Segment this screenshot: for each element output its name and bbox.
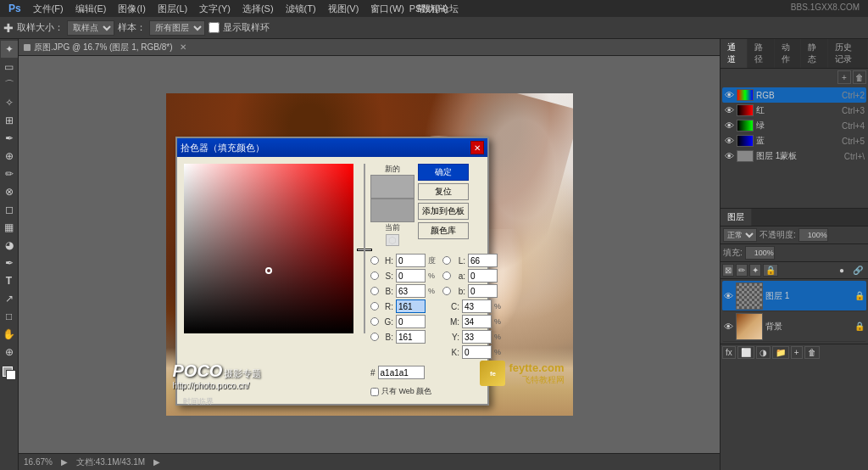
channel-mask[interactable]: 👁 图层 1蒙板 Ctrl+\ (722, 148, 866, 164)
lock-transparent-btn[interactable]: ⊠ (722, 264, 734, 277)
eyedropper-tool[interactable]: ✒ (1, 130, 18, 147)
menu-layer[interactable]: 图层(L) (153, 2, 192, 16)
menu-text[interactable]: 文字(Y) (194, 2, 236, 16)
C-input[interactable] (462, 299, 492, 313)
cancel-button[interactable]: 复位 (418, 183, 469, 200)
dialog-close-btn[interactable]: ✕ (470, 141, 484, 154)
close-tab-btn[interactable]: ✕ (180, 42, 186, 52)
b-input[interactable] (468, 284, 498, 298)
hue-input[interactable] (396, 254, 426, 267)
channel-green[interactable]: 👁 绿 Ctrl+4 (722, 118, 866, 133)
channel-red[interactable]: 👁 红 Ctrl+3 (722, 103, 866, 118)
layer-row-bg[interactable]: 👁 背景 🔒 (722, 311, 866, 342)
zoom-tool[interactable]: ⊕ (1, 344, 18, 361)
sat-radio[interactable] (370, 271, 379, 280)
path-tool[interactable]: ↗ (1, 290, 18, 307)
sample-select[interactable]: 所有图层 (149, 20, 205, 36)
tab-paths[interactable]: 路径 (748, 39, 775, 68)
a-radio[interactable] (442, 271, 451, 280)
select-tool[interactable]: ▭ (1, 59, 18, 76)
pen-tool[interactable]: ✒ (1, 255, 18, 271)
opacity-input[interactable] (798, 228, 828, 242)
C-label: C: (442, 302, 459, 311)
delete-layer-btn[interactable]: 🗑 (804, 346, 820, 359)
new-channel-btn[interactable]: + (837, 70, 851, 84)
lock-image-btn[interactable]: ✏ (736, 264, 748, 277)
delete-channel-btn[interactable]: 🗑 (853, 70, 866, 84)
lasso-tool[interactable]: ⌒ (1, 76, 18, 93)
color-lib-button[interactable]: 颜色库 (418, 222, 469, 239)
eye-icon-bg: 👁 (724, 322, 733, 332)
tab-actions[interactable]: 动作 (775, 39, 802, 68)
shape-tool[interactable]: □ (1, 308, 18, 325)
crop-tool[interactable]: ⊞ (1, 112, 18, 129)
group-btn[interactable]: 📁 (772, 346, 789, 359)
right-panel: 通道 路径 动作 静态 历史记录 + 🗑 👁 RGB Ctrl+2 (720, 39, 868, 470)
fill-icon[interactable]: ● (836, 265, 848, 276)
web-color-check[interactable] (370, 388, 379, 396)
add-swatches-button[interactable]: 添加到色板 (418, 203, 469, 220)
b-radio[interactable] (442, 287, 451, 295)
brush-tool[interactable]: ✏ (1, 165, 18, 182)
bri-input[interactable] (396, 284, 426, 298)
tab-static[interactable]: 静态 (801, 39, 828, 68)
new-layer-btn[interactable]: + (791, 346, 803, 359)
menu-select[interactable]: 选择(S) (237, 2, 279, 16)
bri-radio[interactable] (370, 287, 379, 295)
fill-input[interactable] (745, 246, 775, 260)
tab-channels[interactable]: 通道 (721, 39, 748, 68)
green-radio[interactable] (370, 317, 379, 326)
hue-radio[interactable] (370, 256, 379, 265)
add-mask-btn[interactable]: ⬜ (737, 346, 754, 359)
hex-input[interactable] (378, 366, 425, 379)
sat-input[interactable] (396, 269, 426, 283)
M-input[interactable] (462, 315, 492, 328)
photo-text: 摄影专题 (224, 367, 261, 380)
link-icon[interactable]: 🔗 (849, 265, 866, 276)
color-swatches[interactable] (1, 365, 18, 380)
wand-tool[interactable]: ✧ (1, 94, 18, 111)
L-radio[interactable] (442, 256, 451, 265)
a-input[interactable] (468, 269, 498, 283)
clone-tool[interactable]: ⊗ (1, 183, 18, 200)
lock-all-btn[interactable]: 🔒 (763, 264, 778, 277)
menu-window[interactable]: 窗口(W) (365, 2, 409, 16)
menu-file[interactable]: 文件(F) (28, 2, 69, 16)
layer-name-1: 图层 1 (765, 290, 852, 302)
type-tool[interactable]: T (1, 272, 18, 289)
channel-blue[interactable]: 👁 蓝 Ctrl+5 (722, 133, 866, 148)
menu-image[interactable]: 图像(I) (113, 2, 150, 16)
spectrum-box[interactable] (184, 164, 353, 333)
K-input[interactable] (462, 345, 492, 359)
alpha-strip[interactable] (364, 164, 365, 333)
dodge-tool[interactable]: ◕ (1, 237, 18, 254)
canvas-container[interactable]: POCO 摄影专题 http://photo.poco.cn/ 时间临界 fe … (19, 56, 720, 453)
L-input[interactable] (468, 254, 498, 267)
green-input[interactable] (396, 315, 426, 328)
layer-row-1[interactable]: 👁 图层 1 🔒 (722, 281, 866, 311)
menu-view[interactable]: 视图(V) (323, 2, 364, 16)
tab-layers[interactable]: 图层 (721, 209, 752, 226)
lock-move-btn[interactable]: ✦ (749, 264, 761, 277)
red-input[interactable] (396, 299, 426, 313)
eraser-tool[interactable]: ◻ (1, 201, 18, 218)
tab-history[interactable]: 历史记录 (828, 39, 868, 68)
fx-btn[interactable]: fx (722, 346, 736, 359)
blend-mode-select[interactable]: 正常 (723, 228, 757, 242)
adjustment-btn[interactable]: ◑ (756, 346, 771, 359)
red-radio[interactable] (370, 302, 379, 311)
blue-radio[interactable] (370, 333, 379, 341)
size-select[interactable]: 取样点 (67, 20, 114, 36)
move-tool[interactable]: ✦ (1, 41, 18, 58)
hand-tool[interactable]: ✋ (1, 326, 18, 343)
Y-input[interactable] (462, 330, 492, 344)
ok-button[interactable]: 确定 (418, 164, 469, 181)
show-overlay-check[interactable] (209, 22, 220, 33)
menu-edit[interactable]: 编辑(E) (70, 2, 112, 16)
gradient-tool[interactable]: ▦ (1, 219, 18, 236)
heal-tool[interactable]: ⊕ (1, 148, 18, 165)
menu-filter[interactable]: 滤镜(T) (281, 2, 321, 16)
blue-input[interactable] (396, 330, 426, 344)
channel-rgb[interactable]: 👁 RGB Ctrl+2 (722, 87, 866, 103)
canvas-tab[interactable]: 原图.JPG @ 16.7% (图层 1, RGB/8*) ✕ (19, 39, 720, 56)
